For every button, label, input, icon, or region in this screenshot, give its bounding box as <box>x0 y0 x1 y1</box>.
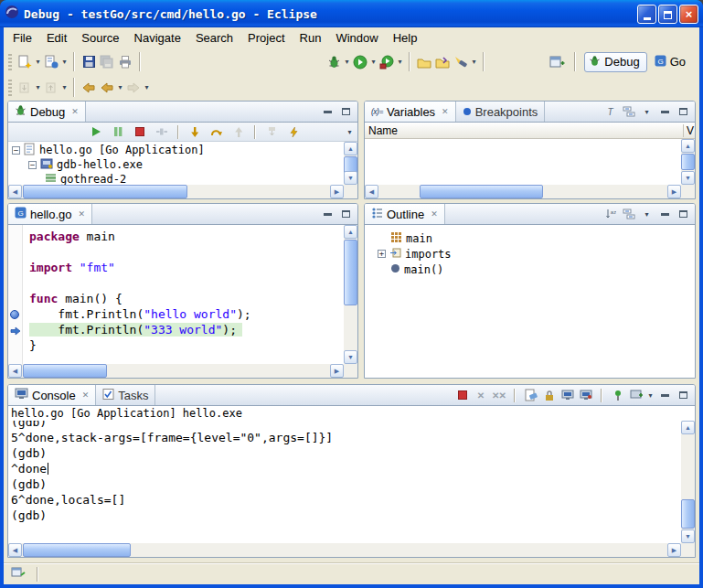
external-tools-icon[interactable] <box>378 52 396 72</box>
variables-view-menu-icon[interactable]: ▾ <box>639 104 655 120</box>
suspend-icon[interactable] <box>109 122 127 142</box>
tab-variables[interactable]: (x)= Variables ✕ <box>365 102 456 122</box>
menu-window[interactable]: Window <box>328 28 385 48</box>
scroll-up-icon[interactable]: ▲ <box>344 142 357 155</box>
scrollbar-thumb[interactable] <box>23 543 131 557</box>
scrollbar-thumb[interactable] <box>420 185 543 198</box>
print-icon[interactable] <box>116 52 134 72</box>
scrollbar-thumb[interactable] <box>681 499 695 529</box>
minimize-view-icon[interactable] <box>320 104 336 120</box>
go-perspective-button[interactable]: G Go <box>651 53 692 71</box>
menu-edit[interactable]: Edit <box>39 28 74 48</box>
tab-breakpoints[interactable]: Breakpoints <box>456 102 546 122</box>
debug-perspective-button[interactable]: Debug <box>584 52 646 72</box>
drop-to-frame-icon[interactable] <box>262 122 281 142</box>
outline-item-package[interactable]: main <box>365 230 695 246</box>
step-return-icon[interactable] <box>229 122 248 142</box>
scroll-down-icon[interactable]: ▼ <box>344 171 357 185</box>
scroll-right-icon[interactable]: ▶ <box>330 364 344 378</box>
collapse-icon[interactable]: − <box>28 161 37 169</box>
terminate-icon[interactable] <box>131 122 149 142</box>
maximize-view-icon[interactable] <box>676 207 691 222</box>
show-type-names-icon[interactable]: T <box>602 104 618 120</box>
remove-all-launches-icon[interactable]: ✕✕ <box>491 388 506 403</box>
collapse-all-icon[interactable] <box>621 207 636 222</box>
external-tools-dropdown-icon[interactable]: ▾ <box>396 58 404 66</box>
code-area[interactable]: package main import "fmt" func main() { … <box>24 225 344 364</box>
name-column-label[interactable]: Name <box>368 124 398 137</box>
tree-item-thread[interactable]: gothread-2 <box>8 172 344 185</box>
expand-icon[interactable]: + <box>378 250 386 258</box>
save-icon[interactable] <box>80 52 98 72</box>
run-launch-dropdown-icon[interactable]: ▾ <box>369 58 378 66</box>
tab-hello-go[interactable]: G hello.go ✕ <box>8 204 92 224</box>
sort-icon[interactable]: az <box>602 207 618 222</box>
outline-item-function[interactable]: main() <box>365 262 695 277</box>
new-wizard-dropdown-icon[interactable]: ▾ <box>34 58 42 66</box>
console-horizontal-scrollbar[interactable]: ◀ ▶ <box>8 543 681 557</box>
toolbar-grip[interactable] <box>8 54 12 70</box>
debug-launch-dropdown-icon[interactable]: ▾ <box>343 58 351 66</box>
close-button[interactable]: × <box>679 5 698 24</box>
toolbar-grip[interactable] <box>8 80 12 96</box>
run-launch-icon[interactable] <box>351 52 369 72</box>
menu-search[interactable]: Search <box>188 28 240 48</box>
debug-launch-tree[interactable]: − hello.go [Go Application] − gdb-hello.… <box>8 142 344 185</box>
back-icon[interactable] <box>98 78 116 98</box>
maximize-view-icon[interactable] <box>676 388 691 403</box>
save-all-icon[interactable] <box>98 52 116 72</box>
minimize-view-icon[interactable] <box>657 207 673 222</box>
scroll-down-icon[interactable]: ▼ <box>681 171 695 185</box>
close-icon[interactable]: ✕ <box>71 107 79 116</box>
step-over-icon[interactable] <box>208 122 226 142</box>
scroll-lock-icon[interactable] <box>541 388 557 403</box>
show-console-stderr-icon[interactable] <box>578 388 593 403</box>
title-bar[interactable]: Debug - testGo/src/cmd/hello.go - Eclips… <box>0 0 703 27</box>
search-dropdown-icon[interactable]: ▾ <box>470 58 478 66</box>
debug-vertical-scrollbar[interactable]: ▲ ▼ <box>344 142 357 185</box>
minimize-view-icon[interactable] <box>320 207 336 222</box>
scrollbar-thumb[interactable] <box>681 154 695 170</box>
minimize-view-icon[interactable] <box>657 104 673 120</box>
scroll-up-icon[interactable]: ▲ <box>681 139 695 153</box>
use-step-filters-icon[interactable] <box>284 122 303 142</box>
last-edit-location-icon[interactable] <box>80 78 98 98</box>
close-icon[interactable]: ✕ <box>82 390 90 400</box>
scroll-left-icon[interactable]: ◀ <box>8 543 22 557</box>
close-icon[interactable]: ✕ <box>79 209 86 219</box>
tab-tasks[interactable]: Tasks <box>96 385 155 405</box>
maximize-view-icon[interactable] <box>676 104 691 120</box>
scrollbar-thumb[interactable] <box>23 185 187 198</box>
outline-tree[interactable]: main + imports main() <box>365 225 695 378</box>
menu-run[interactable]: Run <box>293 28 329 48</box>
fast-view-icon[interactable] <box>11 566 26 582</box>
tree-item-launch[interactable]: − hello.go [Go Application] <box>8 143 344 157</box>
instruction-pointer-icon[interactable] <box>10 326 21 336</box>
next-annotation-dropdown-icon[interactable]: ▾ <box>34 83 42 91</box>
back-dropdown-icon[interactable]: ▾ <box>116 83 124 91</box>
close-icon[interactable]: ✕ <box>431 209 438 219</box>
menu-file[interactable]: File <box>5 28 39 48</box>
scroll-up-icon[interactable]: ▲ <box>344 225 357 239</box>
open-console-dropdown-icon[interactable]: ▾ <box>646 391 655 400</box>
debug-view-menu-icon[interactable]: ▾ <box>342 124 357 140</box>
new-wizard-icon[interactable] <box>16 52 34 72</box>
outline-view-menu-icon[interactable]: ▾ <box>639 207 655 222</box>
scroll-down-icon[interactable]: ▼ <box>344 350 357 364</box>
scroll-right-icon[interactable]: ▶ <box>330 185 344 198</box>
scroll-left-icon[interactable]: ◀ <box>8 364 22 378</box>
debug-horizontal-scrollbar[interactable]: ◀ ▶ <box>8 185 344 198</box>
open-console-icon[interactable] <box>628 388 644 403</box>
scrollbar-thumb[interactable] <box>23 364 107 378</box>
next-annotation-icon[interactable] <box>16 78 34 98</box>
step-into-icon[interactable] <box>186 122 204 142</box>
menu-help[interactable]: Help <box>386 28 425 48</box>
previous-annotation-icon[interactable] <box>42 78 60 98</box>
menu-navigate[interactable]: Navigate <box>127 28 188 48</box>
new-go-element-icon[interactable] <box>42 52 60 72</box>
editor-vertical-scrollbar[interactable]: ▲ ▼ <box>344 225 357 364</box>
scroll-left-icon[interactable]: ◀ <box>8 185 22 198</box>
scroll-up-icon[interactable]: ▲ <box>681 421 695 434</box>
tree-item-process[interactable]: − gdb-hello.exe <box>8 157 344 172</box>
scroll-left-icon[interactable]: ◀ <box>365 185 378 198</box>
